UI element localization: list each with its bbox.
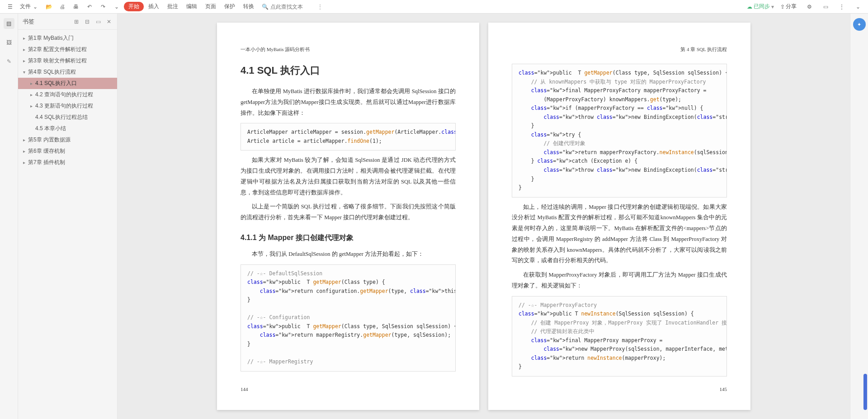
menu-comment[interactable]: 批注 — [164, 1, 182, 12]
overflow-button[interactable]: ⋮ — [835, 1, 848, 12]
chevron-icon: ▸ — [22, 36, 26, 41]
rail-thumbnails[interactable]: 🖼 — [4, 37, 14, 48]
menu-toggle[interactable]: ☰ — [4, 1, 16, 12]
heading-2: 4.1.1 为 Mapper 接口创建代理对象 — [241, 233, 456, 243]
gear-icon: ⚙ — [806, 3, 813, 10]
chevron-icon: ▸ — [29, 92, 33, 97]
toolbar: ☰ 文件⌄ 📂 🖨 🖶 ↶ ↷ ⌄ 开始 插入 批注 编辑 页面 保护 转换 🔍… — [0, 0, 868, 14]
bookmark-tree[interactable]: ▸第1章 MyBatis入门▸第2章 配置文件解析过程▸第3章 映射文件解析过程… — [18, 30, 117, 419]
chevron-icon: ▾ — [22, 70, 26, 75]
share-button[interactable]: ⇪分享 — [778, 1, 799, 12]
collapse-button[interactable]: ⌄ — [852, 1, 864, 12]
code-block: class="kw">public T getMapper(Class type… — [512, 64, 727, 198]
bookmark-label: 第6章 缓存机制 — [28, 147, 65, 155]
bookmark-item[interactable]: ▸第1章 MyBatis入门 — [18, 33, 117, 44]
bookmark-title: 书签 — [23, 18, 34, 26]
sync-status[interactable]: ☁已同步▾ — [747, 3, 774, 10]
print-button[interactable]: 🖶 — [70, 1, 82, 12]
open-button[interactable]: 📂 — [42, 1, 55, 12]
chevron-down-icon: ⌄ — [32, 3, 39, 10]
bookmark-label: 4.1 SQL执行入口 — [35, 80, 77, 87]
chevron-icon: ▸ — [22, 160, 26, 165]
share-icon: ⇪ — [780, 4, 785, 10]
bookmark-item[interactable]: ▸4.2 查询语句的执行过程 — [18, 89, 117, 100]
rail-attachments[interactable]: ✎ — [4, 56, 14, 67]
bookmark-item[interactable]: 4.4 SQL执行过程总结 — [18, 112, 117, 123]
bookmark-label: 4.2 查询语句的执行过程 — [35, 91, 93, 99]
paragraph: 本节，我们从 DefaultSqlSession 的 getMapper 方法开… — [241, 249, 456, 260]
menu-convert[interactable]: 转换 — [240, 1, 258, 12]
code-block: // -☆- DefaultSqlSession class="kw">publ… — [241, 264, 456, 372]
more-icon: ⋮ — [838, 3, 845, 10]
bookmark-item[interactable]: ▸4.1 SQL执行入口 — [18, 78, 117, 89]
redo-button[interactable]: ↷ — [97, 1, 109, 12]
folder-icon: 📂 — [45, 3, 52, 10]
rail-bookmarks[interactable]: ▤ — [4, 18, 14, 29]
settings-button[interactable]: ⚙ — [803, 1, 816, 12]
menu-insert[interactable]: 插入 — [145, 1, 163, 12]
image-icon: 🖼 — [6, 39, 12, 46]
menu-edit[interactable]: 编辑 — [183, 1, 201, 12]
chevron-icon: ▸ — [22, 149, 26, 154]
code-block: ArticleMapper articleMapper = session.ge… — [241, 123, 456, 151]
bookmark-item[interactable]: 4.5 本章小结 — [18, 123, 117, 134]
window-icon: ▭ — [822, 3, 829, 10]
paragraph: 如上，经过连续的调用，Mapper 接口代理对象的创建逻辑初现端倪。如果大家没分… — [512, 202, 727, 267]
bookmark-item[interactable]: ▸4.3 更新语句的执行过程 — [18, 100, 117, 112]
chevron-down-icon: ⌄ — [113, 3, 120, 10]
bookmark-label: 4.3 更新语句的执行过程 — [35, 102, 93, 110]
bookmark-item[interactable]: ▸第5章 内置数据源 — [18, 134, 117, 146]
bookmark-item[interactable]: ▸第7章 插件机制 — [18, 157, 117, 168]
undo-button[interactable]: ↶ — [83, 1, 96, 12]
menu-page[interactable]: 页面 — [202, 1, 220, 12]
search-icon: 🔍 — [261, 3, 269, 10]
outline-icon[interactable]: ▭ — [94, 18, 102, 25]
bookmark-item[interactable]: ▸第3章 映射文件解析过程 — [18, 55, 117, 66]
menu-protect[interactable]: 保护 — [221, 1, 239, 12]
document-view[interactable]: 一本小小的 MyBatis 源码分析书 4.1 SQL 执行入口 在单独使用 M… — [118, 14, 850, 419]
expand-all-icon[interactable]: ⊞ — [73, 18, 80, 25]
bookmark-panel: 书签 ⊞ ⊟ ▭ ✕ ▸第1章 MyBatis入门▸第2章 配置文件解析过程▸第… — [18, 14, 118, 419]
hamburger-icon: ☰ — [6, 3, 14, 10]
collapse-all-icon[interactable]: ⊟ — [84, 18, 91, 25]
bookmark-label: 第7章 插件机制 — [28, 159, 65, 166]
search-input[interactable] — [270, 4, 316, 10]
heading-1: 4.1 SQL 执行入口 — [241, 64, 456, 77]
page-left: 一本小小的 MyBatis 源码分析书 4.1 SQL 执行入口 在单独使用 M… — [217, 23, 479, 410]
scrollbar-thumb[interactable] — [863, 374, 867, 410]
page-number: 145 — [720, 386, 727, 392]
chevron-icon: ▸ — [29, 81, 33, 86]
search-more-icon[interactable]: ⋮ — [317, 4, 323, 10]
bookmark-icon: ▤ — [6, 20, 11, 27]
chevron-icon: ▸ — [22, 58, 26, 63]
start-tab[interactable]: 开始 — [124, 2, 144, 11]
attachment-icon: ✎ — [7, 58, 11, 65]
window-button[interactable]: ▭ — [819, 1, 832, 12]
more-button[interactable]: ⌄ — [110, 1, 123, 12]
bookmark-label: 第1章 MyBatis入门 — [28, 34, 74, 42]
scrollbar[interactable] — [863, 14, 867, 419]
chevron-down-icon: ⌄ — [854, 3, 862, 10]
bookmark-item[interactable]: ▸第2章 配置文件解析过程 — [18, 44, 117, 55]
bookmark-label: 4.4 SQL执行过程总结 — [35, 113, 88, 121]
paragraph: 在获取到 MapperProxyFactory 对象后，即可调用工厂方法为 Ma… — [512, 270, 727, 292]
file-menu[interactable]: 文件⌄ — [17, 1, 42, 12]
undo-icon: ↶ — [86, 3, 93, 10]
search-box[interactable]: 🔍 ⋮ — [259, 2, 326, 11]
bookmark-item[interactable]: ▸第6章 缓存机制 — [18, 146, 117, 157]
page-right: 第 4 章 SQL 执行流程 class="kw">public T getMa… — [488, 23, 750, 410]
bookmark-label: 第5章 内置数据源 — [28, 136, 71, 144]
bookmark-item[interactable]: ▾第4章 SQL执行流程 — [18, 66, 117, 78]
close-panel-icon[interactable]: ✕ — [105, 18, 113, 25]
page-header: 一本小小的 MyBatis 源码分析书 — [241, 46, 456, 53]
save-button[interactable]: 🖨 — [56, 1, 69, 12]
bookmark-label: 第3章 映射文件解析过程 — [28, 57, 87, 65]
page-header: 第 4 章 SQL 执行流程 — [512, 46, 727, 53]
paragraph: 如果大家对 MyBatis 较为了解，会知道 SqlSession 是通过 JD… — [241, 155, 456, 198]
chevron-icon: ▸ — [22, 47, 26, 52]
save-icon: 🖨 — [59, 3, 66, 10]
bookmark-label: 第4章 SQL执行流程 — [28, 68, 76, 76]
file-label: 文件 — [20, 3, 31, 10]
paragraph: 以上是一个简版的 SQL 执行过程，省略了很多细节。下面我们先按照这个简版的流程… — [241, 202, 456, 223]
bookmark-label: 4.5 本章小结 — [35, 125, 66, 132]
